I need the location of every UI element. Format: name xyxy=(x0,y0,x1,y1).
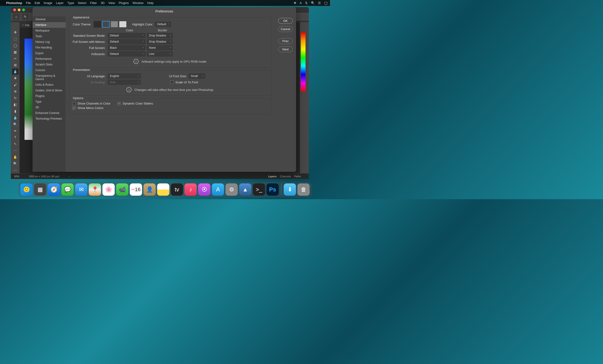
cat-performance[interactable]: Performance xyxy=(33,56,66,62)
cat-enhanced[interactable]: Enhanced Controls xyxy=(33,110,66,116)
theme-medium-light[interactable] xyxy=(111,21,118,28)
menu-type[interactable]: Type xyxy=(67,1,74,5)
menu-window[interactable]: Window xyxy=(132,1,143,5)
gradient-tool[interactable]: ▮ xyxy=(12,108,19,114)
app-name[interactable]: Photoshop xyxy=(6,1,22,5)
music-icon[interactable]: ♪ xyxy=(185,183,197,196)
fsm-color[interactable]: Default xyxy=(108,39,145,44)
doc-info[interactable]: 2880 px x 1800 px (96 ppi) xyxy=(29,175,59,178)
cat-scratch[interactable]: Scratch Disks xyxy=(33,62,66,67)
zoom-level[interactable]: 50% xyxy=(14,175,19,178)
history-brush-tool[interactable]: ↻ xyxy=(12,95,19,101)
object-select-tool[interactable]: ▦ xyxy=(12,49,19,55)
menu-view[interactable]: View xyxy=(108,1,115,5)
menu-help[interactable]: Help xyxy=(147,1,154,5)
type-tool[interactable]: T xyxy=(12,134,19,141)
hand-tool[interactable]: ✋ xyxy=(12,154,19,160)
theme-dark[interactable] xyxy=(93,21,101,28)
control-center-icon[interactable]: ☰ xyxy=(318,1,321,5)
menu-file[interactable]: File xyxy=(26,1,31,5)
photos-icon[interactable]: 🌸 xyxy=(103,183,115,196)
doc-info-chevron[interactable]: › xyxy=(69,175,70,178)
menu-plugins[interactable]: Plugins xyxy=(119,1,129,5)
calendar-icon[interactable]: FEB16 xyxy=(130,183,142,196)
menu-layer[interactable]: Layer xyxy=(56,1,64,5)
prev-button[interactable]: Prev xyxy=(278,38,293,44)
blur-tool[interactable]: 💧 xyxy=(12,115,19,121)
color-spectrum[interactable] xyxy=(301,33,305,91)
home-button[interactable]: ⌂ xyxy=(13,13,20,20)
cat-workspace[interactable]: Workspace xyxy=(33,28,66,33)
font-select[interactable]: Small xyxy=(189,73,205,79)
safari-icon[interactable]: 🧭 xyxy=(48,183,60,196)
appstore-icon[interactable]: A xyxy=(212,183,224,196)
ok-button[interactable]: OK xyxy=(278,18,293,24)
pen-tool[interactable]: ✒ xyxy=(12,128,19,134)
cat-transparency[interactable]: Transparency & Gamut xyxy=(33,73,66,82)
dynamic-sliders-cb[interactable]: ✓Dynamic Color Sliders xyxy=(117,102,153,105)
tv-icon[interactable]: tv xyxy=(171,183,183,196)
trash-icon[interactable]: 🗑 xyxy=(298,183,310,196)
channels-color-cb[interactable]: Show Channels in Color xyxy=(72,102,110,105)
path-select-tool[interactable]: ↖ xyxy=(12,141,19,147)
cat-export[interactable]: Export xyxy=(33,50,66,56)
menu-colors-cb[interactable]: ✓Show Menu Colors xyxy=(72,106,104,110)
downloads-icon[interactable]: ⬇ xyxy=(284,183,296,196)
facetime-icon[interactable]: 📹 xyxy=(116,183,128,196)
menu-image[interactable]: Image xyxy=(44,1,52,5)
tab-paths[interactable]: Paths xyxy=(294,175,301,178)
cat-general[interactable]: General xyxy=(33,16,66,22)
cat-3d[interactable]: 3D xyxy=(33,105,66,110)
minimize-window[interactable] xyxy=(18,9,21,11)
tab-layers[interactable]: Layers xyxy=(268,175,277,178)
more-tools[interactable]: ⋯ xyxy=(12,147,19,154)
fs-border[interactable]: None xyxy=(147,45,173,50)
eyedropper-options[interactable]: ✎ xyxy=(22,13,29,20)
maps-icon[interactable]: 📍 xyxy=(89,183,101,196)
edit-toolbar[interactable]: ⋯ xyxy=(12,167,19,173)
theme-light[interactable] xyxy=(119,21,127,28)
cat-guides[interactable]: Guides, Grid & Slices xyxy=(33,88,66,93)
move-tool[interactable]: ✥ xyxy=(12,29,19,35)
dodge-tool[interactable]: 🔍 xyxy=(12,121,19,127)
nordic-app-icon[interactable]: ▲ xyxy=(239,183,252,196)
cat-type[interactable]: Type xyxy=(33,99,66,105)
podcasts-icon[interactable]: ⦿ xyxy=(198,183,210,196)
cat-filehandling[interactable]: File Handling xyxy=(33,45,66,50)
cat-plugins[interactable]: Plugins xyxy=(33,93,66,99)
maximize-window[interactable] xyxy=(22,9,25,11)
cancel-button[interactable]: Cancel xyxy=(278,26,293,32)
settings-icon[interactable]: ⚙ xyxy=(226,183,238,196)
eyedropper-tool[interactable]: 💧 xyxy=(12,68,19,75)
frame-tool[interactable]: ⊠ xyxy=(12,62,19,68)
cat-history[interactable]: History Log xyxy=(33,39,66,45)
notes-icon[interactable] xyxy=(157,183,170,196)
tab-channels[interactable]: Channels xyxy=(280,175,291,178)
close-window[interactable] xyxy=(13,9,16,11)
cat-tools[interactable]: Tools xyxy=(33,33,66,39)
search-icon[interactable]: 🔍 xyxy=(311,1,315,5)
wifi-icon[interactable]: ⇅ xyxy=(305,1,308,5)
cat-cursors[interactable]: Cursors xyxy=(33,67,66,73)
keyboard-icon[interactable]: A xyxy=(300,1,302,5)
stamp-tool[interactable]: ⊕ xyxy=(12,88,19,94)
cat-tech[interactable]: Technology Previews xyxy=(33,116,66,121)
menu-edit[interactable]: Edit xyxy=(35,1,40,5)
std-color[interactable]: Default xyxy=(108,33,145,38)
zoom-tool[interactable]: 🔍 xyxy=(12,161,19,167)
ab-border[interactable]: Line xyxy=(147,51,173,56)
lang-select[interactable]: English xyxy=(108,73,141,79)
status-icon[interactable]: ✻ xyxy=(294,1,296,5)
launchpad-icon[interactable]: ▦ xyxy=(34,183,46,196)
brush-tool[interactable]: 🖌 xyxy=(12,82,19,88)
highlight-select[interactable]: Default xyxy=(155,22,171,27)
fs-color[interactable]: Black xyxy=(108,45,145,50)
marquee-tool[interactable]: ⬚ xyxy=(12,36,19,42)
terminal-icon[interactable]: >_ xyxy=(253,183,265,196)
cat-units[interactable]: Units & Rulers xyxy=(33,82,66,88)
fsm-border[interactable]: Drop Shadow xyxy=(147,39,173,44)
theme-medium-dark[interactable] xyxy=(102,21,110,28)
lasso-tool[interactable]: ◯ xyxy=(12,42,19,48)
healing-tool[interactable]: ✚ xyxy=(12,75,19,81)
menu-select[interactable]: Select xyxy=(78,1,86,5)
